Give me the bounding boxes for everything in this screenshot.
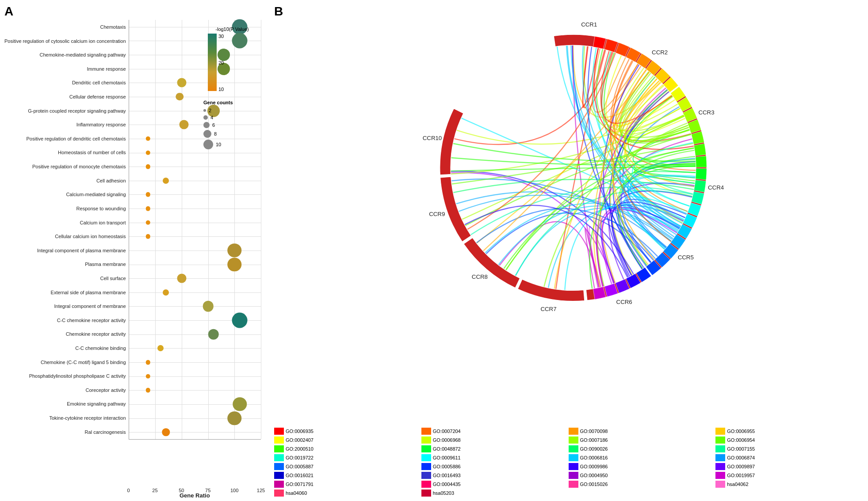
size-item-4: 10 — [203, 140, 261, 149]
y-label-12: Calcium-mediated signaling — [4, 192, 129, 197]
go-item-7: GO:0006954 — [715, 436, 859, 444]
go-color-1 — [421, 428, 431, 435]
go-color-18 — [569, 463, 578, 470]
go-color-2 — [569, 428, 578, 435]
dot-16 — [228, 243, 242, 258]
x-label-5: 125 — [257, 488, 265, 493]
go-label-5: GO:0006968 — [433, 437, 461, 443]
ccr-label-8: CCR9 — [429, 211, 445, 217]
y-label-10: Positive regulation of monocyte chemotax… — [4, 164, 129, 170]
dot-19 — [163, 289, 169, 296]
go-label-11: GO:0007155 — [727, 446, 755, 452]
dot-4 — [177, 78, 186, 87]
go-label-12: GO:0019722 — [286, 455, 314, 460]
ccr-label-6: CCR7 — [540, 306, 556, 312]
dot-17 — [228, 258, 242, 272]
go-color-4 — [274, 436, 284, 444]
go-color-16 — [274, 463, 284, 470]
size-dot-0 — [203, 109, 206, 112]
ccr-label-5: CCR6 — [616, 299, 632, 305]
size-item-0: 2 — [203, 108, 261, 113]
go-item-26: GO:0015026 — [569, 481, 712, 488]
ccr-label-9: CCR10 — [423, 135, 442, 141]
go-item-29: hsa05203 — [421, 490, 565, 497]
go-item-24: GO:0071791 — [274, 481, 418, 488]
go-label-4: GO:0002407 — [286, 437, 314, 443]
dot-18 — [177, 274, 186, 283]
y-label-20: Integral component of membrane — [4, 304, 129, 309]
grid-line-h-11 — [129, 181, 261, 181]
go-label-15: GO:0006874 — [727, 455, 755, 460]
go-legend: GO:0006935GO:0007204GO:0070098GO:0006955… — [274, 428, 859, 497]
y-label-21: C-C chemokine receptor activity — [4, 318, 129, 323]
size-legend-title: Gene counts — [203, 100, 261, 105]
go-color-7 — [715, 436, 725, 444]
go-label-25: GO:0004435 — [433, 482, 461, 487]
color-label-0: 30 — [218, 34, 224, 39]
go-item-18: GO:0009986 — [569, 463, 712, 470]
color-label-2: 10 — [218, 87, 224, 92]
go-label-26: GO:0015026 — [580, 482, 608, 487]
go-item-9: GO:0048872 — [421, 445, 565, 452]
grid-line-h-29 — [129, 432, 261, 433]
go-label-21: GO:0016493 — [433, 473, 461, 478]
go-item-25: GO:0004435 — [421, 481, 565, 488]
size-item-1: 4 — [203, 115, 261, 120]
go-color-26 — [569, 481, 578, 488]
go-color-5 — [421, 436, 431, 444]
gene-arc-13 — [694, 144, 706, 156]
go-item-13: GO:0009611 — [421, 454, 565, 461]
go-color-3 — [715, 428, 725, 435]
dot-23 — [157, 345, 164, 351]
go-label-24: GO:0071791 — [286, 482, 314, 487]
dot-12 — [145, 192, 150, 197]
ccr-arc-9 — [440, 109, 463, 175]
y-label-4: Dendritic cell chemotaxis — [4, 80, 129, 86]
go-label-22: GO:0004950 — [580, 473, 608, 478]
go-color-22 — [569, 472, 578, 479]
go-color-27 — [715, 481, 725, 488]
go-color-20 — [274, 472, 284, 479]
size-item-3: 8 — [203, 130, 261, 138]
grid-line-h-18 — [129, 278, 261, 279]
size-dot-3 — [203, 130, 211, 138]
go-item-0: GO:0006935 — [274, 428, 418, 435]
dot-11 — [163, 178, 169, 184]
grid-line-h-19 — [129, 292, 261, 293]
color-legend-title: -log10(P Value) — [203, 27, 261, 32]
go-item-2: GO:0070098 — [569, 428, 712, 435]
go-label-9: GO:0048872 — [433, 446, 461, 452]
go-label-29: hsa05203 — [433, 490, 454, 496]
go-item-28: hsa04060 — [274, 490, 418, 497]
go-label-1: GO:0007204 — [433, 429, 461, 434]
go-item-8: GO:2000510 — [274, 445, 418, 452]
go-label-3: GO:0006955 — [727, 429, 755, 434]
ccr-label-3: CCR4 — [708, 184, 724, 191]
color-legend-bar — [208, 34, 217, 91]
ccr-arc-8 — [440, 177, 471, 242]
size-label-1: 4 — [210, 115, 213, 120]
go-color-13 — [421, 454, 431, 461]
panel-a-label: A — [4, 4, 13, 19]
go-color-9 — [421, 445, 431, 452]
panel-b: B CCR1CCR2CCR3CCR4CCR5CCR6CCR7CCR8CCR9CC… — [265, 0, 868, 501]
ccr-label-0: CCR1 — [581, 21, 597, 28]
y-label-7: Inflammatory response — [4, 122, 129, 128]
dot-10 — [145, 164, 150, 169]
ccr-label-7: CCR8 — [472, 273, 488, 280]
dot-20 — [203, 301, 214, 312]
go-label-20: GO:0016021 — [286, 473, 314, 478]
go-item-17: GO:0005886 — [421, 463, 565, 470]
go-item-15: GO:0006874 — [715, 454, 859, 461]
y-label-23: C-C chemokine binding — [4, 345, 129, 351]
go-label-10: GO:0090026 — [580, 446, 608, 452]
go-item-27: hsa04062 — [715, 481, 859, 488]
go-item-6: GO:0007186 — [569, 436, 712, 444]
ccr-label-2: CCR3 — [698, 109, 714, 116]
go-label-0: GO:0006935 — [286, 429, 314, 434]
color-label-1: 20 — [218, 60, 224, 65]
size-label-2: 6 — [212, 122, 215, 128]
y-label-19: External side of plasma membrane — [4, 290, 129, 296]
dot-15 — [145, 234, 150, 239]
go-label-8: GO:2000510 — [286, 446, 314, 452]
